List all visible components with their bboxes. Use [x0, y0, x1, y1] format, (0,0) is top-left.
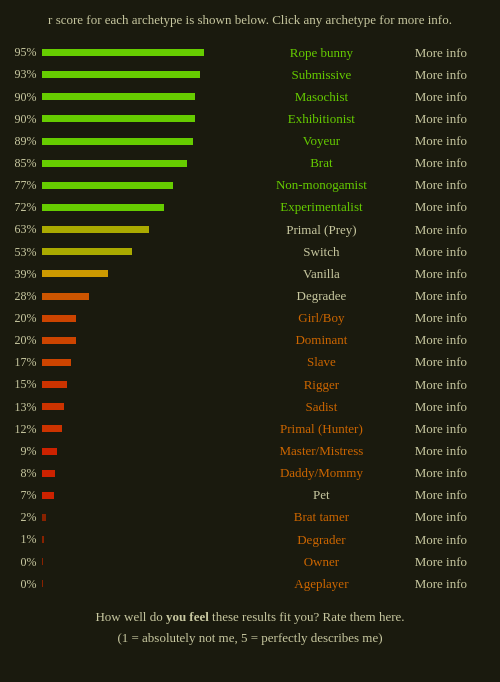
- bar-cell: [42, 573, 232, 595]
- percent-value: 8%: [0, 462, 42, 484]
- more-info-link[interactable]: More info: [411, 263, 500, 285]
- table-row: 53%SwitchMore info: [0, 241, 500, 263]
- archetype-name[interactable]: Experimentalist: [232, 196, 411, 218]
- bar-cell: [42, 130, 232, 152]
- more-info-link[interactable]: More info: [411, 196, 500, 218]
- more-info-link[interactable]: More info: [411, 130, 500, 152]
- table-row: 20%Girl/BoyMore info: [0, 307, 500, 329]
- header-text: r score for each archetype is shown belo…: [0, 10, 500, 42]
- archetype-name[interactable]: Degradee: [232, 285, 411, 307]
- table-row: 15%RiggerMore info: [0, 374, 500, 396]
- table-row: 17%SlaveMore info: [0, 351, 500, 373]
- percent-value: 13%: [0, 396, 42, 418]
- archetype-name[interactable]: Vanilla: [232, 263, 411, 285]
- more-info-link[interactable]: More info: [411, 285, 500, 307]
- bar-cell: [42, 351, 232, 373]
- archetype-name[interactable]: Exhibitionist: [232, 108, 411, 130]
- percent-value: 28%: [0, 285, 42, 307]
- more-info-link[interactable]: More info: [411, 152, 500, 174]
- percent-value: 2%: [0, 506, 42, 528]
- percent-value: 1%: [0, 529, 42, 551]
- archetype-name[interactable]: Degrader: [232, 529, 411, 551]
- archetype-name[interactable]: Master/Mistress: [232, 440, 411, 462]
- archetype-name[interactable]: Switch: [232, 241, 411, 263]
- more-info-link[interactable]: More info: [411, 396, 500, 418]
- table-row: 85%BratMore info: [0, 152, 500, 174]
- table-row: 77%Non-monogamistMore info: [0, 174, 500, 196]
- archetype-name[interactable]: Daddy/Mommy: [232, 462, 411, 484]
- bar-cell: [42, 440, 232, 462]
- archetype-name[interactable]: Masochist: [232, 86, 411, 108]
- table-row: 0%AgeplayerMore info: [0, 573, 500, 595]
- archetype-name[interactable]: Submissive: [232, 64, 411, 86]
- results-table: 95%Rope bunnyMore info93%SubmissiveMore …: [0, 42, 500, 596]
- percent-value: 85%: [0, 152, 42, 174]
- archetype-name[interactable]: Girl/Boy: [232, 307, 411, 329]
- archetype-name[interactable]: Slave: [232, 351, 411, 373]
- percent-value: 90%: [0, 86, 42, 108]
- more-info-link[interactable]: More info: [411, 351, 500, 373]
- table-row: 13%SadistMore info: [0, 396, 500, 418]
- percent-value: 39%: [0, 263, 42, 285]
- table-row: 63%Primal (Prey)More info: [0, 219, 500, 241]
- bar-cell: [42, 108, 232, 130]
- more-info-link[interactable]: More info: [411, 418, 500, 440]
- archetype-name[interactable]: Voyeur: [232, 130, 411, 152]
- archetype-name[interactable]: Rope bunny: [232, 42, 411, 64]
- archetype-name[interactable]: Brat: [232, 152, 411, 174]
- table-row: 72%ExperimentalistMore info: [0, 196, 500, 218]
- more-info-link[interactable]: More info: [411, 64, 500, 86]
- percent-value: 0%: [0, 573, 42, 595]
- more-info-link[interactable]: More info: [411, 573, 500, 595]
- more-info-link[interactable]: More info: [411, 241, 500, 263]
- more-info-link[interactable]: More info: [411, 86, 500, 108]
- table-row: 28%DegradeeMore info: [0, 285, 500, 307]
- table-row: 95%Rope bunnyMore info: [0, 42, 500, 64]
- percent-value: 72%: [0, 196, 42, 218]
- bar-cell: [42, 506, 232, 528]
- archetype-name[interactable]: Owner: [232, 551, 411, 573]
- more-info-link[interactable]: More info: [411, 219, 500, 241]
- more-info-link[interactable]: More info: [411, 484, 500, 506]
- archetype-name[interactable]: Dominant: [232, 329, 411, 351]
- more-info-link[interactable]: More info: [411, 174, 500, 196]
- table-row: 20%DominantMore info: [0, 329, 500, 351]
- table-row: 89%VoyeurMore info: [0, 130, 500, 152]
- percent-value: 9%: [0, 440, 42, 462]
- more-info-link[interactable]: More info: [411, 440, 500, 462]
- percent-value: 89%: [0, 130, 42, 152]
- more-info-link[interactable]: More info: [411, 529, 500, 551]
- bar-cell: [42, 241, 232, 263]
- bar-cell: [42, 329, 232, 351]
- archetype-name[interactable]: Primal (Prey): [232, 219, 411, 241]
- more-info-link[interactable]: More info: [411, 462, 500, 484]
- bar-cell: [42, 285, 232, 307]
- more-info-link[interactable]: More info: [411, 374, 500, 396]
- table-row: 0%OwnerMore info: [0, 551, 500, 573]
- table-row: 90%MasochistMore info: [0, 86, 500, 108]
- table-row: 39%VanillaMore info: [0, 263, 500, 285]
- bar-cell: [42, 529, 232, 551]
- table-row: 12%Primal (Hunter)More info: [0, 418, 500, 440]
- archetype-name[interactable]: Primal (Hunter): [232, 418, 411, 440]
- archetype-name[interactable]: Ageplayer: [232, 573, 411, 595]
- archetype-name[interactable]: Brat tamer: [232, 506, 411, 528]
- percent-value: 7%: [0, 484, 42, 506]
- more-info-link[interactable]: More info: [411, 108, 500, 130]
- archetype-name[interactable]: Non-monogamist: [232, 174, 411, 196]
- more-info-link[interactable]: More info: [411, 307, 500, 329]
- percent-value: 12%: [0, 418, 42, 440]
- more-info-link[interactable]: More info: [411, 551, 500, 573]
- more-info-link[interactable]: More info: [411, 329, 500, 351]
- archetype-name[interactable]: Pet: [232, 484, 411, 506]
- bar-cell: [42, 174, 232, 196]
- table-row: 90%ExhibitionistMore info: [0, 108, 500, 130]
- bar-cell: [42, 196, 232, 218]
- archetype-name[interactable]: Rigger: [232, 374, 411, 396]
- more-info-link[interactable]: More info: [411, 42, 500, 64]
- percent-value: 15%: [0, 374, 42, 396]
- more-info-link[interactable]: More info: [411, 506, 500, 528]
- percent-value: 0%: [0, 551, 42, 573]
- archetype-name[interactable]: Sadist: [232, 396, 411, 418]
- bar-cell: [42, 86, 232, 108]
